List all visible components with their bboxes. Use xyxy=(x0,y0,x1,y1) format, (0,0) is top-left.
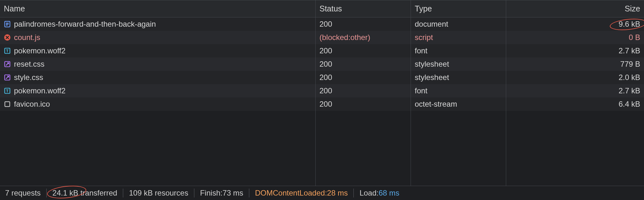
table-row[interactable]: favicon.ico200octet-stream6.4 kB xyxy=(0,97,644,111)
status-load-value: 68 ms xyxy=(379,189,399,197)
request-name: count.js xyxy=(14,33,40,42)
request-name: pokemon.woff2 xyxy=(14,46,65,55)
cell-size: 2.0 kB xyxy=(506,71,644,84)
cell-name[interactable]: reset.css xyxy=(0,57,316,71)
table-row[interactable]: reset.css200stylesheet779 B xyxy=(0,57,644,71)
column-header-name[interactable]: Name xyxy=(0,0,316,17)
svg-text:T: T xyxy=(6,49,9,53)
status-dcl-value: 28 ms xyxy=(327,189,348,197)
request-name: style.css xyxy=(14,73,43,82)
table-row[interactable]: Tpokemon.woff2200font2.7 kB xyxy=(0,84,644,97)
table-header-row: Name Status Type Size xyxy=(0,0,644,17)
font-icon: T xyxy=(4,87,11,94)
cell-type: octet-stream xyxy=(411,97,506,111)
column-header-status[interactable]: Status xyxy=(316,0,411,17)
status-divider xyxy=(46,189,47,197)
table-row[interactable]: style.css200stylesheet2.0 kB xyxy=(0,71,644,84)
svg-line-12 xyxy=(6,76,9,79)
error-icon xyxy=(4,34,11,41)
column-header-type[interactable]: Type xyxy=(411,0,506,17)
document-icon xyxy=(4,21,11,28)
cell-status: 200 xyxy=(316,57,411,71)
cell-size: 2.7 kB xyxy=(506,84,644,97)
cell-name[interactable]: palindromes-forward-and-then-back-again xyxy=(0,17,316,31)
cell-name[interactable]: count.js xyxy=(0,31,316,44)
cell-type: stylesheet xyxy=(411,71,506,84)
svg-rect-15 xyxy=(5,102,10,106)
cell-size: 0 B xyxy=(506,31,644,44)
status-dcl-label: DOMContentLoaded: xyxy=(255,189,327,197)
cell-size: 9.6 kB xyxy=(506,17,644,31)
cell-type: font xyxy=(411,84,506,97)
status-finish: Finish: 73 ms xyxy=(200,189,243,197)
cell-name[interactable]: favicon.ico xyxy=(0,97,316,111)
request-name: favicon.ico xyxy=(14,100,50,109)
table-row[interactable]: palindromes-forward-and-then-back-again2… xyxy=(0,17,644,31)
request-name: pokemon.woff2 xyxy=(14,86,65,95)
status-domcontentloaded: DOMContentLoaded: 28 ms xyxy=(255,189,348,197)
svg-text:T: T xyxy=(6,89,9,93)
status-requests: 7 requests xyxy=(5,189,41,197)
status-finish-label: Finish: xyxy=(200,189,223,197)
cell-size: 2.7 kB xyxy=(506,44,644,57)
cell-name[interactable]: style.css xyxy=(0,71,316,84)
status-divider xyxy=(249,189,249,197)
cell-status: 200 xyxy=(316,44,411,57)
network-panel: Name Status Type Size palindromes-forwar… xyxy=(0,0,644,200)
table-body: palindromes-forward-and-then-back-again2… xyxy=(0,17,644,111)
cell-size: 6.4 kB xyxy=(506,97,644,111)
cell-type: font xyxy=(411,44,506,57)
cell-type: stylesheet xyxy=(411,57,506,71)
request-table: Name Status Type Size palindromes-forwar… xyxy=(0,0,644,186)
status-divider xyxy=(353,189,354,197)
style-icon xyxy=(4,61,11,68)
cell-status: 200 xyxy=(316,71,411,84)
table-empty-area xyxy=(0,111,644,186)
cell-status: 200 xyxy=(316,97,411,111)
font-icon: T xyxy=(4,47,11,54)
cell-name[interactable]: Tpokemon.woff2 xyxy=(0,84,316,97)
cell-status: 200 xyxy=(316,17,411,31)
status-load-label: Load: xyxy=(359,189,379,197)
request-name: palindromes-forward-and-then-back-again xyxy=(14,20,156,29)
style-icon xyxy=(4,74,11,81)
cell-status: 200 xyxy=(316,84,411,97)
table-row[interactable]: Tpokemon.woff2200font2.7 kB xyxy=(0,44,644,57)
cell-type: document xyxy=(411,17,506,31)
column-header-size[interactable]: Size xyxy=(506,0,644,17)
status-bar: 7 requests 24.1 kB transferred 109 kB re… xyxy=(0,186,644,200)
request-name: reset.css xyxy=(14,60,44,69)
svg-line-10 xyxy=(6,63,9,66)
status-resources: 109 kB resources xyxy=(129,189,188,197)
cell-name[interactable]: Tpokemon.woff2 xyxy=(0,44,316,57)
status-divider xyxy=(123,189,123,197)
cell-size: 779 B xyxy=(506,57,644,71)
cell-status: (blocked:other) xyxy=(316,31,411,44)
other-icon xyxy=(4,101,11,108)
status-transferred: 24.1 kB transferred xyxy=(52,189,117,197)
status-divider xyxy=(194,189,194,197)
cell-type: script xyxy=(411,31,506,44)
status-load: Load: 68 ms xyxy=(359,189,399,197)
table-row[interactable]: count.js(blocked:other)script0 B xyxy=(0,31,644,44)
status-finish-value: 73 ms xyxy=(223,189,243,197)
